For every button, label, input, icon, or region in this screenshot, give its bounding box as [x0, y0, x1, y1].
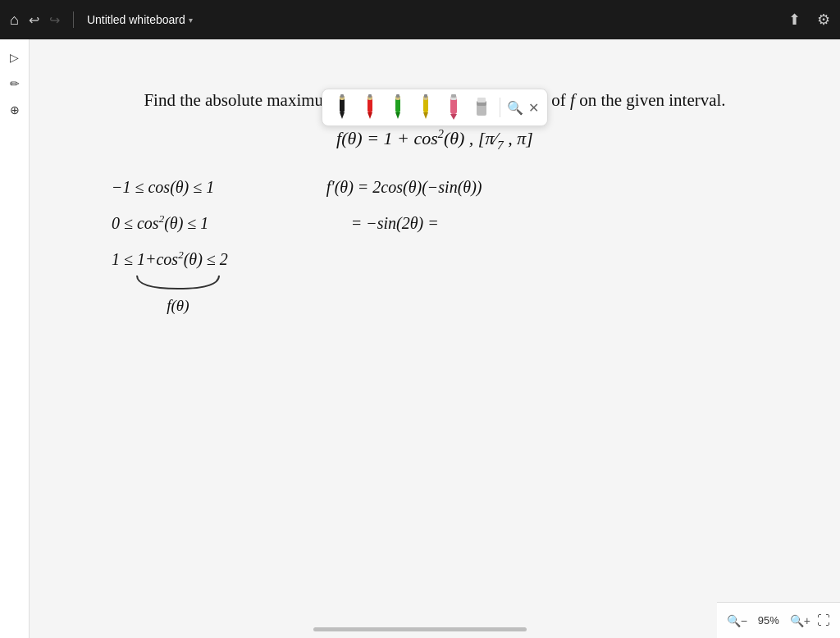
- derivative-1: f′(θ) = 2cos(θ)(−sin(θ)): [326, 172, 482, 202]
- bottom-bar: 🔍− 95% 🔍+ ⛶: [717, 602, 840, 638]
- svg-marker-13: [423, 112, 428, 119]
- color-gray[interactable]: [470, 94, 493, 121]
- redo-button[interactable]: ↪: [49, 12, 60, 28]
- svg-marker-5: [368, 112, 372, 119]
- svg-rect-19: [451, 94, 456, 98]
- color-yellow[interactable]: [414, 94, 437, 121]
- expand-icon[interactable]: ⛶: [817, 613, 830, 628]
- inequality-3: 1 ≤ 1+cos2(θ) ≤ 2: [112, 244, 228, 274]
- color-green[interactable]: [386, 94, 409, 121]
- svg-rect-3: [340, 94, 344, 98]
- zoom-level: 95%: [754, 614, 783, 627]
- scroll-indicator: [313, 627, 527, 631]
- color-black[interactable]: [331, 94, 354, 121]
- top-bar: ⌂ ↩ ↪ Untitled whiteboard ▾ ⬆ ⚙: [0, 0, 840, 39]
- title-text: Untitled whiteboard: [87, 13, 185, 26]
- home-icon[interactable]: ⌂: [10, 11, 19, 29]
- color-toolbar: 🔍 ✕: [322, 89, 548, 126]
- svg-marker-1: [340, 112, 345, 119]
- svg-rect-7: [368, 94, 372, 98]
- undo-button[interactable]: ↩: [29, 12, 39, 28]
- inequality-2: 0 ≤ cos2(θ) ≤ 1: [112, 208, 228, 238]
- close-icon[interactable]: ✕: [528, 100, 539, 116]
- divider: [73, 11, 74, 28]
- right-work: f′(θ) = 2cos(θ)(−sin(θ)) = −sin(2θ) =: [326, 172, 482, 320]
- whiteboard-title[interactable]: Untitled whiteboard ▾: [87, 13, 193, 26]
- search-icon[interactable]: 🔍: [507, 100, 523, 116]
- pointer-tool[interactable]: ▷: [3, 46, 26, 69]
- settings-icon[interactable]: ⚙: [817, 11, 830, 29]
- derivative-2: = −sin(2θ) =: [351, 208, 482, 238]
- color-red[interactable]: [358, 94, 381, 121]
- whiteboard-canvas[interactable]: 🔍 ✕ Find the absolute maximum and absolu…: [30, 39, 840, 638]
- svg-marker-9: [395, 112, 400, 119]
- pen-tool[interactable]: ✏: [3, 72, 26, 95]
- title-chevron: ▾: [189, 16, 193, 25]
- brace-label: f(θ): [128, 274, 228, 320]
- share-icon[interactable]: ⬆: [788, 11, 801, 29]
- zoom-out-icon[interactable]: 🔍−: [727, 614, 747, 627]
- toolbar-divider: [500, 98, 500, 117]
- inequality-1: −1 ≤ cos(θ) ≤ 1: [112, 172, 228, 202]
- work-area: −1 ≤ cos(θ) ≤ 1 0 ≤ cos2(θ) ≤ 1 1 ≤ 1+co…: [62, 172, 807, 320]
- zoom-in-icon[interactable]: 🔍+: [790, 614, 810, 627]
- zoom-add-tool[interactable]: ⊕: [3, 98, 26, 121]
- left-toolbar: ▷ ✏ ⊕: [0, 39, 30, 638]
- svg-rect-11: [396, 94, 399, 98]
- svg-marker-17: [450, 114, 457, 120]
- svg-rect-15: [424, 94, 427, 98]
- left-work: −1 ≤ cos(θ) ≤ 1 0 ≤ cos2(θ) ≤ 1 1 ≤ 1+co…: [112, 172, 228, 320]
- function-definition: f(θ) = 1 + cos2(θ) , [π⁄7 , π]: [62, 127, 807, 153]
- color-pink[interactable]: [442, 94, 465, 121]
- svg-rect-22: [477, 98, 486, 103]
